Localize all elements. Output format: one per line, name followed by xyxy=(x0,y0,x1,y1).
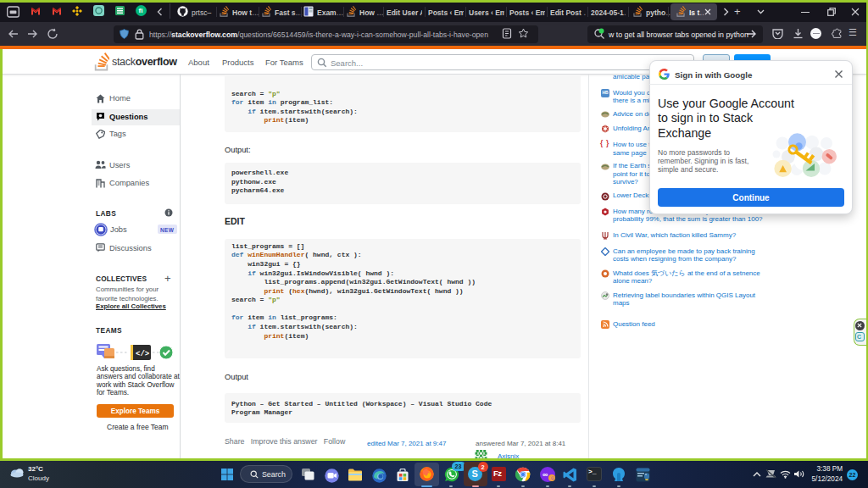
svg-text:</>: </> xyxy=(136,350,149,358)
